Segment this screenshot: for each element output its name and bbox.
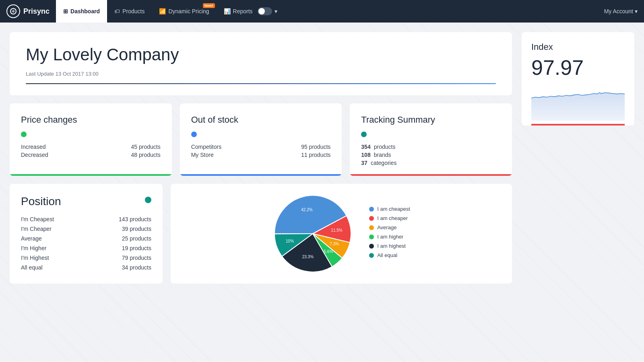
logo[interactable]: Prisync (6, 4, 50, 18)
position-row-highest: I'm Highest 79 products (21, 255, 151, 261)
navbar: Prisync ⊞ Dashboard 🏷 Products 📶 Dynamic… (0, 0, 644, 23)
mystore-value: 11 products (301, 152, 330, 158)
legend-dot-equal (369, 253, 374, 258)
tracking-rows: 354 products 108 brands 37 categories (361, 144, 501, 166)
svg-text:5.6%: 5.6% (324, 249, 333, 254)
out-of-stock-rows: Competitors 95 products My Store 11 prod… (191, 144, 331, 158)
highest-value: 79 products (122, 255, 151, 261)
position-dot (145, 197, 151, 203)
tag-icon: 🏷 (114, 8, 120, 14)
new-badge: New! (203, 3, 215, 8)
nav-item-reports[interactable]: 📊 Reports ▾ (217, 0, 285, 23)
grid-icon: ⊞ (63, 8, 68, 14)
nav-item-products[interactable]: 🏷 Products (107, 0, 152, 23)
header-card: My Lovely Company Last Update 13 Oct 201… (10, 32, 512, 95)
index-card: Index 97.97 (522, 32, 634, 125)
price-changes-card: Price changes Increased 45 products Decr… (10, 103, 172, 176)
svg-text:42.2%: 42.2% (301, 208, 312, 212)
position-title: Position (21, 195, 151, 208)
legend-dot-highest (369, 244, 374, 249)
legend-dot-higher (369, 234, 374, 239)
tracking-summary-card: Tracking Summary 354 products 108 brands… (350, 103, 512, 176)
price-changes-bar (10, 174, 172, 176)
out-of-stock-title: Out of stock (191, 115, 331, 125)
nav-right: My Account (604, 8, 638, 14)
tracking-row-brands: 108 brands (361, 152, 501, 158)
cheapest-label: I'm Cheapest (21, 216, 54, 222)
legend-item-equal: All equal (369, 252, 410, 258)
index-chart (531, 84, 625, 121)
index-bottom-bar (531, 124, 625, 125)
pie-chart-area: 42.2%11.5%7.3%5.6%23.3%10% I am cheapest… (171, 184, 512, 284)
tracking-categories-value: 37 (361, 160, 367, 166)
position-row-average: Average 25 products (21, 235, 151, 242)
last-update: Last Update 13 Oct 2017 13:00 (26, 71, 496, 77)
cheaper-value: 39 products (122, 226, 151, 232)
legend-item-higher: I am higher (369, 234, 410, 240)
out-of-stock-row-mystore: My Store 11 products (191, 152, 331, 158)
tracking-products-label: products (374, 144, 501, 150)
legend-dot-cheapest (369, 207, 374, 212)
bottom-row: Position I'm Cheapest 143 products I'm C… (10, 184, 512, 284)
tracking-bar (350, 174, 512, 176)
competitors-label: Competitors (191, 144, 221, 150)
legend-label-average: Average (377, 224, 396, 230)
average-value: 25 products (122, 235, 151, 242)
legend-item-cheaper: I am cheaper (369, 215, 410, 221)
content-area: My Lovely Company Last Update 13 Oct 201… (10, 32, 512, 284)
decreased-value: 48 products (131, 152, 160, 158)
legend-dot-average (369, 225, 374, 230)
out-of-stock-bar (180, 174, 342, 176)
legend-item-highest: I am highest (369, 243, 410, 249)
position-card: Position I'm Cheapest 143 products I'm C… (10, 184, 163, 284)
toggle-knob (258, 8, 265, 14)
nav-item-dashboard[interactable]: ⊞ Dashboard (56, 0, 107, 23)
svg-text:23.3%: 23.3% (302, 255, 314, 259)
mystore-label: My Store (191, 152, 214, 158)
reports-chevron: ▾ (275, 8, 277, 14)
position-row-higher: I'm Higher 19 products (21, 245, 151, 251)
pie-legend: I am cheapest I am cheaper Average I am … (369, 206, 410, 261)
tracking-categories-label: categories (371, 160, 501, 166)
price-changes-row-increased: Increased 45 products (21, 144, 161, 150)
index-value: 97.97 (531, 56, 625, 80)
my-account-button[interactable]: My Account (604, 8, 638, 14)
svg-text:7.3%: 7.3% (330, 242, 339, 246)
logo-text: Prisync (23, 7, 50, 16)
chart-icon: 📊 (224, 8, 231, 14)
index-title: Index (531, 42, 625, 52)
cheaper-label: I'm Cheaper (21, 226, 52, 232)
header-divider (26, 83, 496, 84)
higher-value: 19 products (122, 245, 151, 251)
nav-item-dynamic-pricing[interactable]: 📶 Dynamic Pricing New! (152, 0, 216, 23)
reports-toggle[interactable] (258, 7, 272, 15)
tracking-brands-value: 108 (361, 152, 370, 158)
nav-items: ⊞ Dashboard 🏷 Products 📶 Dynamic Pricing… (56, 0, 604, 23)
legend-label-highest: I am highest (377, 243, 406, 249)
increased-value: 45 products (131, 144, 160, 150)
average-label: Average (21, 235, 42, 242)
legend-dot-cheaper (369, 216, 374, 221)
position-rows: I'm Cheapest 143 products I'm Cheaper 39… (21, 216, 151, 271)
stat-cards-row: Price changes Increased 45 products Decr… (10, 103, 512, 176)
cheapest-value: 143 products (119, 216, 151, 222)
price-changes-title: Price changes (21, 115, 161, 125)
legend-label-higher: I am higher (377, 234, 403, 240)
svg-text:10%: 10% (286, 239, 294, 243)
price-changes-row-decreased: Decreased 48 products (21, 152, 161, 158)
highest-label: I'm Highest (21, 255, 49, 261)
equal-label: All equal (21, 264, 43, 271)
tracking-row-categories: 37 categories (361, 160, 501, 166)
increased-label: Increased (21, 144, 45, 150)
out-of-stock-dot (191, 132, 197, 137)
svg-text:11.5%: 11.5% (331, 228, 342, 232)
tracking-row-products: 354 products (361, 144, 501, 150)
company-name: My Lovely Company (26, 45, 496, 64)
competitors-value: 95 products (301, 144, 330, 150)
pie-chart: 42.2%11.5%7.3%5.6%23.3%10% (272, 193, 353, 274)
price-changes-dot (21, 132, 27, 137)
legend-item-cheapest: I am cheapest (369, 206, 410, 212)
legend-label-cheapest: I am cheapest (377, 206, 410, 212)
legend-label-cheaper: I am cheaper (377, 215, 408, 221)
tracking-dot (361, 132, 367, 137)
